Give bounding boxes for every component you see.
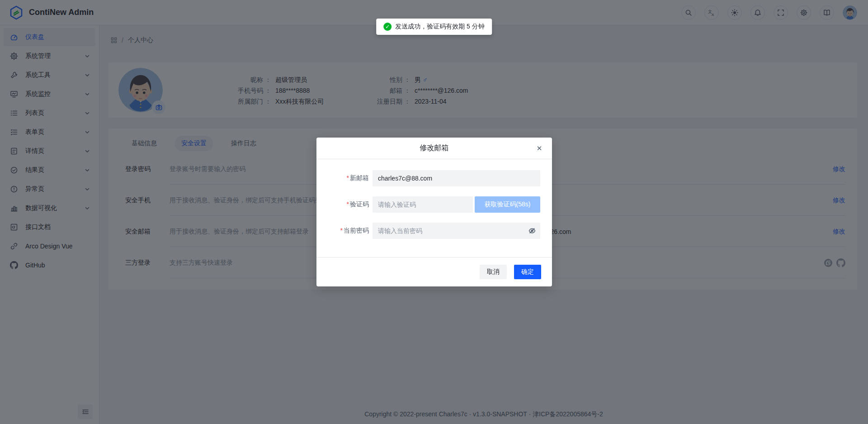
verification-code-input[interactable]	[373, 196, 473, 213]
required-asterisk: *	[347, 200, 349, 208]
toast-message: 发送成功，验证码有效期 5 分钟	[395, 23, 485, 31]
required-asterisk: *	[340, 227, 343, 234]
modal-body: *新邮箱 *验证码 获取验证码(58s) *当前密码	[316, 159, 552, 239]
verification-code-label: 验证码	[350, 200, 369, 208]
success-toast: ✓ 发送成功，验证码有效期 5 分钟	[376, 19, 492, 35]
new-email-input[interactable]	[373, 170, 540, 186]
current-password-label: 当前密码	[344, 227, 369, 234]
close-icon[interactable]: ✕	[535, 144, 544, 153]
eye-invisible-icon[interactable]	[528, 227, 536, 234]
get-code-button[interactable]: 获取验证码(58s)	[475, 196, 540, 213]
cancel-button[interactable]: 取消	[480, 265, 507, 279]
modal-header: 修改邮箱 ✕	[316, 138, 552, 159]
current-password-row: *当前密码	[316, 223, 544, 239]
current-password-input[interactable]	[373, 223, 540, 239]
change-email-modal: 修改邮箱 ✕ *新邮箱 *验证码 获取验证码(58s) *当前密码	[316, 138, 552, 286]
modal-footer: 取消 确定	[316, 257, 552, 286]
new-email-label: 新邮箱	[350, 174, 369, 181]
confirm-button[interactable]: 确定	[514, 265, 541, 279]
required-asterisk: *	[347, 174, 349, 181]
modal-title: 修改邮箱	[420, 143, 449, 153]
new-email-row: *新邮箱	[316, 170, 544, 186]
success-check-icon: ✓	[383, 23, 392, 31]
verification-code-row: *验证码 获取验证码(58s)	[316, 196, 544, 213]
